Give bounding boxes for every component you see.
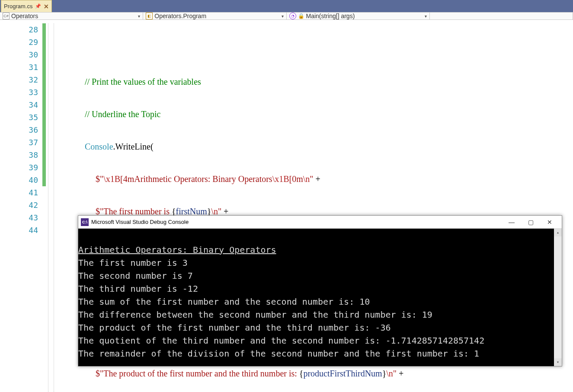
breadcrumb-class[interactable]: ◧ Operators.Program ▾ — [143, 13, 286, 19]
line-number: 39 — [0, 161, 42, 174]
breadcrumb-namespace[interactable]: C# Operators ▾ — [0, 13, 143, 19]
line-number: 44 — [0, 224, 42, 236]
line-number: 32 — [0, 73, 42, 86]
chevron-down-icon[interactable]: ▾ — [282, 14, 284, 19]
file-tab[interactable]: Program.cs 📌 ✕ — [1, 0, 52, 12]
line-number: 37 — [0, 136, 42, 149]
console-title-label: Microsoft Visual Studio Debug Console — [91, 219, 189, 225]
close-tab-icon[interactable]: ✕ — [44, 3, 49, 10]
scroll-up-icon[interactable]: ▴ — [554, 229, 562, 236]
console-line: The difference between the second number… — [78, 309, 432, 320]
change-indicator — [42, 23, 46, 186]
line-number: 33 — [0, 86, 42, 99]
fold-gutter[interactable] — [46, 20, 59, 392]
lock-icon: 🔒 — [298, 13, 304, 19]
line-number: 40 — [0, 174, 42, 186]
class-icon: ◧ — [146, 13, 153, 19]
scroll-down-icon[interactable]: ▾ — [554, 358, 562, 366]
console-output[interactable]: Arithmetic Operators: Binary Operators T… — [78, 229, 562, 366]
line-number: 29 — [0, 36, 42, 48]
maximize-button[interactable]: ▢ — [521, 219, 540, 226]
line-number-gutter: 28 29 30 31 32 33 34 35 36 37 38 39 40 4… — [0, 20, 42, 392]
breadcrumb-bar: C# Operators ▾ ◧ Operators.Program ▾ ◔ 🔒… — [0, 12, 573, 20]
minimize-button[interactable]: — — [502, 219, 521, 226]
chevron-down-icon[interactable]: ▾ — [138, 14, 140, 19]
console-line: The sum of the first number and the seco… — [78, 296, 370, 307]
console-title-bar[interactable]: C:\ Microsoft Visual Studio Debug Consol… — [78, 216, 562, 229]
line-number: 31 — [0, 61, 42, 73]
code-type: Console — [85, 142, 113, 151]
console-scrollbar[interactable]: ▴ ▾ — [554, 229, 562, 366]
breadcrumb-split[interactable] — [430, 13, 573, 19]
console-line: The first number is 3 — [78, 258, 188, 268]
line-number: 38 — [0, 149, 42, 161]
line-number: 36 — [0, 124, 42, 136]
breadcrumb-class-label: Operators.Program — [154, 13, 206, 19]
line-number: 41 — [0, 186, 42, 199]
tab-bar: Program.cs 📌 ✕ — [0, 0, 573, 12]
console-line: Arithmetic Operators: Binary Operators — [78, 245, 276, 255]
method-icon: ◔ — [289, 13, 296, 19]
chevron-down-icon[interactable]: ▾ — [425, 14, 427, 19]
line-number: 35 — [0, 111, 42, 124]
console-line: The quotient of the third number and the… — [78, 335, 484, 346]
code-text: .WriteLine( — [113, 142, 154, 151]
console-line: The second number is 7 — [78, 271, 193, 281]
close-button[interactable]: ✕ — [540, 219, 559, 226]
console-line: The remainder of the division of the sec… — [78, 348, 479, 359]
debug-console-window[interactable]: C:\ Microsoft Visual Studio Debug Consol… — [78, 215, 562, 367]
csharp-file-icon: C# — [3, 13, 10, 19]
line-number: 28 — [0, 23, 42, 36]
breadcrumb-method-label: Main(string[] args) — [306, 13, 355, 19]
pin-icon[interactable]: 📌 — [35, 3, 41, 9]
code-comment: // Print the values of the variables — [85, 77, 201, 86]
file-tab-label: Program.cs — [4, 3, 32, 10]
code-comment: // Underline the Topic — [85, 109, 160, 119]
line-number: 43 — [0, 211, 42, 224]
line-number: 34 — [0, 99, 42, 111]
breadcrumb-method[interactable]: ◔ 🔒 Main(string[] args) ▾ — [287, 13, 430, 19]
console-app-icon: C:\ — [81, 218, 89, 226]
breadcrumb-namespace-label: Operators — [11, 13, 38, 19]
line-number: 30 — [0, 48, 42, 61]
console-line: The third number is -12 — [78, 284, 198, 294]
console-line: The product of the first number and the … — [78, 322, 391, 333]
line-number: 42 — [0, 199, 42, 211]
